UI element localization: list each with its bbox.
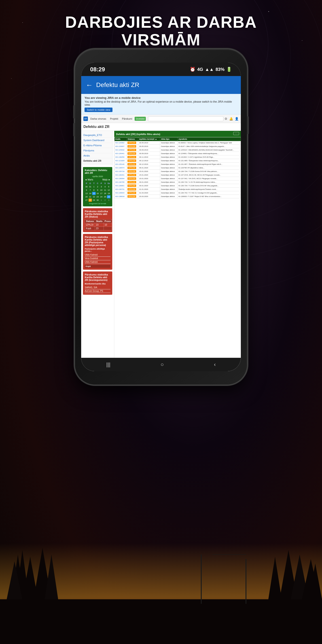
cal-day[interactable]: 18	[103, 192, 107, 195]
table-row[interactable]: KD-136201 IZPILDE 15.01.2020 Garantijas …	[114, 173, 241, 177]
issue-status: IZPILDE	[126, 170, 138, 173]
issue-code[interactable]: KD-129032	[114, 148, 126, 152]
cal-day[interactable]: 5	[107, 185, 110, 188]
cal-day[interactable]: 3	[100, 185, 103, 188]
cal-day[interactable]: 25	[103, 195, 107, 198]
cal-day[interactable]: 20	[85, 195, 88, 198]
issue-code[interactable]: KD-136574	[114, 166, 126, 170]
table-row[interactable]: KD-135718 IZPILDE 15.01.2020 Garantijas …	[114, 170, 241, 173]
issue-code[interactable]: KD-136094	[114, 177, 126, 180]
settings-icon[interactable]: ⚙	[224, 117, 228, 120]
issue-code[interactable]: KD-133007	[114, 145, 126, 148]
sidebar-item-erekinu[interactable]: E-rēķinu-Plūsma	[81, 143, 112, 148]
sidebar-item-atrats[interactable]: Atrāts	[81, 153, 112, 158]
nav-item-darba[interactable]: Darba virsmas	[89, 117, 108, 121]
cal-day[interactable]: 23	[96, 195, 100, 198]
sidebar-item-daugavpils[interactable]: Daugavpils_ETO	[81, 132, 112, 138]
company-1[interactable]: SARAS, SIA	[85, 286, 110, 289]
recent-apps-button[interactable]: |||	[106, 361, 110, 368]
cal-day[interactable]: 2	[96, 185, 100, 188]
cal-day[interactable]: 10	[100, 188, 103, 192]
person-3[interactable]: Uldis Kalniņš	[85, 260, 110, 264]
cal-day[interactable]: 2	[103, 198, 107, 202]
table-row[interactable]: KD-120082 IZPILDE 30.05.2019 Garantijas …	[114, 141, 241, 145]
issue-code[interactable]: KD-138018	[114, 195, 126, 198]
nav-item-izveidot[interactable]: Izveidot	[134, 117, 146, 121]
table-row[interactable]: KD-138250 IZPILDE 30.11.2019 Garantijas …	[114, 156, 241, 159]
nav-item-parskumi[interactable]: Pārskumi	[121, 117, 134, 121]
issue-code[interactable]: KD-139044	[114, 191, 126, 195]
bell-icon[interactable]: 🔔	[229, 117, 233, 120]
cal-day[interactable]: 24	[100, 195, 103, 198]
table-row[interactable]: KD-126441 IZPILDE 30.09.2019 Garantijas …	[114, 152, 241, 156]
cal-day[interactable]: 1	[100, 198, 103, 202]
cal-day[interactable]: 21	[88, 195, 92, 198]
cal-day[interactable]: 7	[88, 188, 92, 192]
issue-code[interactable]: KD-136795	[114, 180, 126, 184]
calendar-link[interactable]: Dragonbit-Cal formāti	[85, 202, 110, 204]
nav-item-projekti[interactable]: Projekti	[109, 117, 120, 121]
cal-day[interactable]: 31	[88, 185, 92, 188]
sidebar-item-defektu[interactable]: Defektu akti ZR	[81, 158, 112, 164]
cal-day[interactable]: 16	[96, 192, 100, 195]
issue-code[interactable]: KD-138250	[114, 156, 126, 159]
nav-search-input[interactable]	[148, 116, 224, 121]
cal-day[interactable]: 11	[103, 188, 107, 192]
table-row[interactable]: KD-133007 IZPILDE 30.05.2019 Garantijas …	[114, 145, 241, 148]
sidebar-item-system[interactable]: System Dashboard	[81, 138, 112, 143]
cal-day[interactable]: 14	[88, 192, 92, 195]
table-row[interactable]: KD-136801 IZPILDE 30.01.2020 Garantijas …	[114, 184, 241, 188]
company-2[interactable]: AsCom Group, PS	[85, 289, 110, 293]
issue-code[interactable]: KD-136801	[114, 184, 126, 188]
sidebar-item-parvijums[interactable]: Pārvijums	[81, 148, 112, 153]
issue-code[interactable]: KD-120082	[114, 141, 126, 145]
cal-day[interactable]: 26	[107, 195, 110, 198]
table-row[interactable]: KD-129032 IZPILDE 30.09.2019 Garantijas …	[114, 148, 241, 152]
back-nav-button[interactable]: ‹	[214, 361, 216, 368]
volume-up-button[interactable]	[73, 105, 75, 118]
cal-day[interactable]: 15	[92, 192, 96, 195]
table-row[interactable]: KD-121829 IZPILDE 30.12.2019 Garantijas …	[114, 159, 241, 162]
cal-day[interactable]: 17	[100, 192, 103, 195]
cal-day[interactable]: 1	[92, 185, 96, 188]
table-row[interactable]: KD-136574 IZPILDE 06.01.2020 Garantijas …	[114, 166, 241, 170]
prev-month-btn[interactable]: ◄ Marts	[85, 178, 93, 181]
cal-day[interactable]: 13	[85, 192, 88, 195]
cal-day[interactable]: 22	[92, 195, 96, 198]
table-row[interactable]: KD-138018 IZPILDE 20.03.2020 Garantijas …	[114, 195, 241, 198]
cal-day[interactable]: 29	[92, 198, 96, 202]
back-button[interactable]: ←	[86, 81, 93, 89]
power-button[interactable]	[247, 116, 249, 134]
table-row[interactable]: KD-138731 IZPILDE 31.01.2020 Garantijas …	[114, 188, 241, 191]
cal-day[interactable]: 12	[107, 188, 110, 192]
expand-button[interactable]: >>>	[233, 132, 239, 135]
next-month-btn[interactable]: Maijs ►	[102, 178, 110, 181]
cal-day[interactable]: 4	[103, 185, 107, 188]
home-button[interactable]: ○	[160, 361, 164, 368]
issue-code[interactable]: KD-121829	[114, 159, 126, 162]
issue-code[interactable]: KD-135140	[114, 162, 126, 166]
user-icon[interactable]: 👤	[235, 117, 238, 120]
switch-to-mobile-button[interactable]: Switch to mobile view	[84, 108, 112, 112]
table-row[interactable]: KD-136094 IZPILDE 15.01.2020 Garantijas …	[114, 177, 241, 180]
cal-day[interactable]: 30	[85, 185, 88, 188]
table-row[interactable]: KD-139044 IZPILDE 01.03.2020 Garantijas …	[114, 191, 241, 195]
issue-type: Garantijas atteice	[160, 162, 177, 166]
cal-day[interactable]: 8	[92, 188, 96, 192]
cal-day[interactable]: 27	[85, 198, 88, 202]
cal-day[interactable]: 30	[96, 198, 100, 202]
cal-day[interactable]: 3	[107, 198, 110, 202]
table-row[interactable]: KD-135140 IZPILDE 30.12.2019 Garantijas …	[114, 162, 241, 166]
cal-day-today[interactable]: 28	[88, 198, 92, 202]
table-row[interactable]: KD-136795 IZPILDE 30.01.2020 Garantijas …	[114, 180, 241, 184]
person-1[interactable]: Uldis Kalniņš	[85, 253, 110, 257]
issue-code[interactable]: KD-126441	[114, 152, 126, 156]
issue-code[interactable]: KD-138731	[114, 188, 126, 191]
cal-day[interactable]: 19	[107, 192, 110, 195]
person-2[interactable]: Vera Godrēdi	[85, 257, 110, 260]
volume-down-button[interactable]	[73, 123, 75, 136]
issue-code[interactable]: KD-135718	[114, 170, 126, 173]
issue-code[interactable]: KD-136201	[114, 173, 126, 177]
cal-day[interactable]: 9	[96, 188, 100, 192]
cal-day[interactable]: 6	[85, 188, 88, 192]
